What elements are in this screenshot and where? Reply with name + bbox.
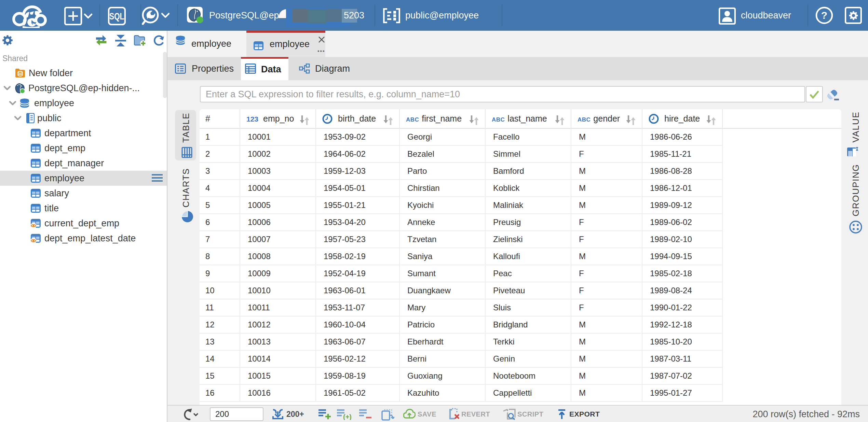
svg-text:(+): (+): [343, 413, 351, 420]
svg-text:SQL: SQL: [109, 11, 124, 21]
svg-text:?: ?: [821, 10, 827, 21]
